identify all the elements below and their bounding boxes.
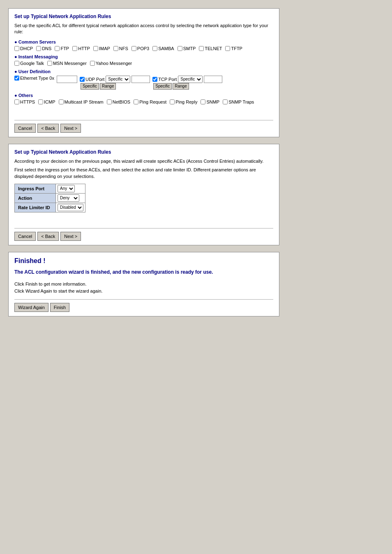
cb-imap[interactable]: IMAP (93, 46, 110, 51)
cb-msn[interactable]: MSN Messenger (47, 61, 87, 66)
action-row: Action Deny Permit (15, 193, 85, 203)
instant-msg-header: ● Instant Messaging (14, 54, 273, 59)
cb-samba[interactable]: SAMBA (152, 46, 174, 51)
panel3-title: Finished ! (14, 257, 273, 265)
user-def-header: ● User Definition (14, 69, 273, 74)
ingress-port-cell: Any (56, 184, 85, 193)
panel2-form: Ingress Port Any Action Deny Permit Rate… (14, 184, 85, 212)
cb-icmp[interactable]: ICMP (38, 99, 55, 104)
tcp-range-btn[interactable]: Range (173, 83, 189, 90)
cb-nfs[interactable]: NFS (113, 46, 128, 51)
ingress-port-row: Ingress Port Any (15, 184, 85, 193)
panel3: Finished ! The ACL configuration wizard … (8, 252, 279, 316)
rate-limiter-row: Rate Limiter ID Disabled (15, 203, 85, 212)
cb-pop3[interactable]: POP3 (131, 46, 149, 51)
tcp-group: TCP Port Specific Range Specific Range (152, 76, 222, 90)
instruction-line1: Click Finish to get more information. (14, 281, 273, 288)
cb-netbios[interactable]: NetBIOS (107, 99, 130, 104)
cb-https[interactable]: HTTPS (14, 99, 35, 104)
action-label: Action (15, 193, 56, 203)
cb-multicast[interactable]: Multicast IP Stream (59, 99, 104, 104)
rate-limiter-cell: Disabled (56, 203, 85, 212)
action-select[interactable]: Deny Permit (58, 194, 79, 202)
cb-yahoo[interactable]: Yahoo Messenger (90, 61, 132, 66)
udp-input[interactable] (131, 76, 150, 83)
others-header: ● Others (14, 93, 273, 98)
cb-http[interactable]: HTTP (72, 46, 90, 51)
panel3-buttons: Wizard Again Finish (14, 303, 273, 312)
finish-button[interactable]: Finish (50, 303, 69, 312)
cb-snmp-traps[interactable]: SNMP Traps (223, 99, 254, 104)
panel2-divider (14, 228, 273, 229)
action-cell: Deny Permit (56, 193, 85, 203)
rate-limiter-select[interactable]: Disabled (58, 204, 83, 211)
ingress-port-select[interactable]: Any (58, 185, 75, 192)
ethernet-input[interactable] (57, 76, 77, 83)
panel1-cancel-button[interactable]: Cancel (14, 124, 36, 133)
cb-tftp[interactable]: TFTP (225, 46, 242, 51)
user-def-row: Ethernet Type 0x UDP Port Specific Range… (14, 76, 273, 90)
udp-group: UDP Port Specific Range Specific Range (80, 76, 150, 90)
cb-ping-reply[interactable]: Ping Reply (170, 99, 197, 104)
udp-select[interactable]: Specific Range (106, 76, 130, 83)
panel1-description: Set up the specific ACL for different ty… (14, 23, 273, 35)
ethernet-label: Ethernet Type 0x (20, 76, 54, 81)
tcp-select[interactable]: Specific Range (178, 76, 203, 83)
common-servers-row: DHCP DNS FTP HTTP IMAP NFS POP3 SAMBA SM… (14, 46, 273, 51)
panel3-divider (14, 299, 273, 300)
cb-ftp[interactable]: FTP (55, 46, 69, 51)
panel2: Set up Typical Network Application Rules… (8, 144, 279, 245)
cb-telnet[interactable]: TELNET (199, 46, 222, 51)
others-row: HTTPS ICMP Multicast IP Stream NetBIOS P… (14, 99, 273, 104)
panel1-divider (14, 120, 273, 120)
common-servers-header: ● Common Servers (14, 39, 273, 44)
instant-msg-row: Google Talk MSN Messenger Yahoo Messenge… (14, 61, 273, 66)
cb-googletalk[interactable]: Google Talk (14, 61, 44, 66)
cb-dhcp[interactable]: DHCP (14, 46, 33, 51)
panel1: Set up Typical Network Application Rules… (8, 8, 279, 137)
panel1-buttons: Cancel < Back Next > (14, 124, 273, 133)
udp-specific-btn[interactable]: Specific (81, 83, 99, 90)
panel1-back-button[interactable]: < Back (37, 124, 59, 133)
panel1-next-button[interactable]: Next > (60, 124, 81, 133)
cb-snmp[interactable]: SNMP (201, 99, 219, 104)
ingress-port-label: Ingress Port (15, 184, 56, 193)
panel2-cancel-button[interactable]: Cancel (14, 232, 36, 241)
panel2-desc1: According to your decision on the previo… (14, 158, 273, 164)
panel2-next-button[interactable]: Next > (60, 232, 81, 241)
cb-ethernet[interactable]: Ethernet Type 0x (14, 76, 54, 81)
panel2-desc2: First select the ingress port for these … (14, 167, 273, 180)
panel2-title: Set up Typical Network Application Rules (14, 149, 273, 155)
panel1-title: Set up Typical Network Application Rules (14, 14, 273, 19)
tcp-specific-btn[interactable]: Specific (153, 83, 172, 90)
wizard-again-button[interactable]: Wizard Again (14, 303, 48, 312)
rate-limiter-label: Rate Limiter ID (15, 203, 56, 212)
panel3-highlight: The ACL configuration wizard is finished… (14, 269, 273, 276)
panel2-buttons: Cancel < Back Next > (14, 232, 273, 241)
cb-smtp[interactable]: SMTP (178, 46, 196, 51)
panel2-back-button[interactable]: < Back (37, 232, 59, 241)
cb-dns[interactable]: DNS (36, 46, 51, 51)
tcp-input[interactable] (204, 76, 222, 83)
instruction-line2: Click Wizard Again to start the wizard a… (14, 288, 273, 295)
udp-range-btn[interactable]: Range (100, 83, 116, 90)
cb-ping-req[interactable]: Ping Request (134, 99, 166, 104)
panel3-instructions: Click Finish to get more information. Cl… (14, 281, 273, 295)
